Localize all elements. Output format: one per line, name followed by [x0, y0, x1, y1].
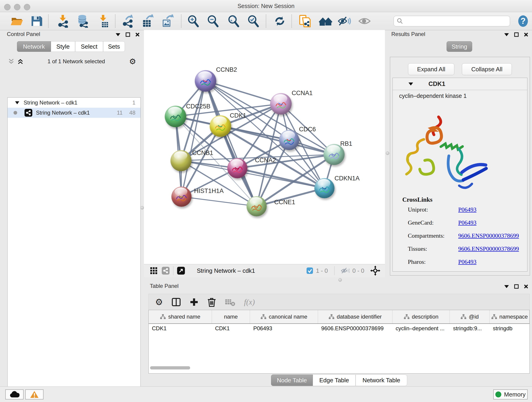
export-image-button[interactable] [160, 14, 175, 28]
eye-icon [358, 15, 371, 27]
search-bar[interactable] [394, 16, 510, 26]
network-node-CDK1[interactable] [210, 115, 231, 137]
column-header[interactable]: @id [450, 310, 490, 323]
panel-menu-icon[interactable] [504, 285, 509, 288]
collapse-all-button[interactable]: Collapse All [462, 63, 512, 75]
table-cell[interactable]: stringdb [490, 324, 530, 334]
expand-all-button[interactable]: Expand All [408, 63, 454, 75]
node-label-CCNE1: CCNE1 [274, 199, 295, 206]
node-entry-header[interactable]: CDK1 [393, 78, 527, 90]
network-options-gear-icon[interactable]: ⚙ [129, 57, 136, 66]
network-collection-row[interactable]: String Network – cdk1 1 [7, 98, 140, 108]
first-neighbors-button[interactable] [318, 14, 333, 28]
tab-sets[interactable]: Sets [103, 41, 125, 52]
table-cell[interactable]: 9606.ENSP00000378699 [318, 324, 393, 334]
tab-network[interactable]: Network [17, 41, 51, 52]
network-node-CDC25B[interactable] [165, 106, 186, 127]
zoom-fit-button[interactable] [226, 14, 241, 28]
network-node-CDKN1A[interactable] [314, 178, 335, 198]
network-node-CDC6[interactable] [279, 130, 299, 150]
search-input[interactable] [403, 18, 505, 25]
tab-node-table[interactable]: Node Table [271, 375, 313, 386]
vertical-splitter-grip[interactable] [140, 206, 144, 210]
import-network-database-button[interactable] [76, 14, 90, 28]
network-view-string-icon[interactable] [162, 267, 170, 274]
panel-float-icon[interactable] [514, 284, 519, 289]
zoom-selected-button[interactable] [246, 14, 260, 28]
tab-select[interactable]: Select [75, 41, 103, 52]
detach-view-button[interactable] [177, 267, 185, 274]
scrollbar-thumb[interactable] [150, 366, 190, 370]
network-node-CCNB1[interactable] [171, 150, 191, 171]
show-all-button[interactable] [357, 14, 372, 28]
table-row[interactable]: CDK1CDK1P064939606.ENSP00000378699cyclin… [149, 324, 530, 334]
table-cell[interactable]: P06493 [250, 324, 318, 334]
duplicate-network-button[interactable] [298, 14, 312, 28]
horizontal-splitter-grip[interactable] [338, 278, 342, 282]
refresh-network-button[interactable] [273, 14, 287, 28]
network-row[interactable]: String Network – cdk1 11 48 [7, 108, 140, 118]
pan-crosshair-icon[interactable] [370, 266, 380, 276]
table-cell[interactable]: cyclin–dependent ... [393, 324, 450, 334]
crosslink-link[interactable]: P06493 [458, 219, 476, 226]
export-network-button[interactable] [121, 14, 135, 28]
table-options-gear-icon[interactable]: ⚙ [155, 297, 163, 307]
column-header[interactable]: canonical name [250, 310, 318, 323]
table-cell[interactable]: CDK1 [149, 324, 212, 334]
crosslink-link[interactable]: 9606.ENSP00000378699 [458, 245, 519, 252]
vertical-splitter-grip[interactable] [386, 152, 389, 155]
network-node-CCNA1[interactable] [270, 93, 292, 115]
expand-all-chevron-icon[interactable] [17, 58, 23, 64]
grid-view-icon[interactable] [150, 267, 158, 274]
show-columns-icon[interactable] [172, 298, 181, 307]
help-button[interactable]: ? [516, 14, 530, 28]
network-node-HIST1H1A[interactable] [171, 186, 191, 207]
collapse-all-chevron-icon[interactable] [8, 58, 14, 64]
panel-close-icon[interactable] [135, 32, 140, 37]
table-horizontal-scrollbar[interactable] [150, 366, 528, 370]
crosslink-link[interactable]: 9606.ENSP00000378699 [458, 232, 519, 239]
crosslink-label: Uniprot: [408, 206, 458, 213]
tab-style[interactable]: Style [51, 41, 75, 52]
crosslink-link[interactable]: P06493 [458, 206, 476, 213]
warnings-button[interactable] [25, 389, 44, 400]
cloud-services-button[interactable] [5, 389, 24, 400]
panel-close-icon[interactable] [524, 32, 528, 37]
table-cell[interactable]: stringdb:9... [450, 324, 490, 334]
export-table-button[interactable] [141, 14, 155, 28]
network-column-icon [160, 314, 166, 319]
add-column-icon[interactable] [190, 298, 199, 307]
tree-expander-icon[interactable] [15, 101, 19, 104]
panel-float-icon[interactable] [126, 32, 130, 37]
zoom-out-button[interactable] [206, 14, 220, 28]
network-node-CCNE1[interactable] [247, 196, 267, 216]
import-network-file-button[interactable] [56, 14, 70, 28]
panel-close-icon[interactable] [524, 284, 528, 289]
column-header[interactable]: namespace [490, 310, 530, 323]
selected-checkbox-icon[interactable] [306, 267, 313, 274]
column-header[interactable]: shared name [149, 310, 212, 323]
tab-network-table[interactable]: Network Table [355, 375, 407, 386]
import-table-file-button[interactable] [96, 14, 110, 28]
hide-selected-button[interactable] [337, 14, 351, 28]
delete-column-icon[interactable] [207, 297, 216, 307]
tab-string-results[interactable]: String [447, 41, 472, 52]
network-node-CCNA2[interactable] [227, 158, 247, 178]
memory-button[interactable]: Memory [493, 389, 528, 400]
tab-edge-table[interactable]: Edge Table [313, 375, 355, 386]
entry-expander-icon[interactable] [408, 82, 413, 86]
table-cell[interactable]: CDK1 [212, 324, 250, 334]
network-canvas[interactable]: CCNB2CCNA1CDC25BCDK1CDC6RB1CCNB1CCNA2CDK… [144, 30, 385, 264]
panel-float-icon[interactable] [514, 32, 519, 37]
save-session-button[interactable] [29, 14, 44, 28]
network-node-CCNB2[interactable] [195, 70, 216, 92]
panel-menu-icon[interactable] [504, 33, 509, 36]
column-header[interactable]: name [212, 310, 250, 323]
protein-structure-image [402, 110, 498, 202]
panel-menu-icon[interactable] [115, 33, 120, 36]
zoom-in-button[interactable] [186, 14, 200, 28]
open-session-button[interactable] [10, 14, 24, 28]
column-header[interactable]: database identifier [318, 310, 393, 323]
column-header[interactable]: description [393, 310, 450, 323]
crosslink-link[interactable]: P06493 [458, 259, 476, 265]
